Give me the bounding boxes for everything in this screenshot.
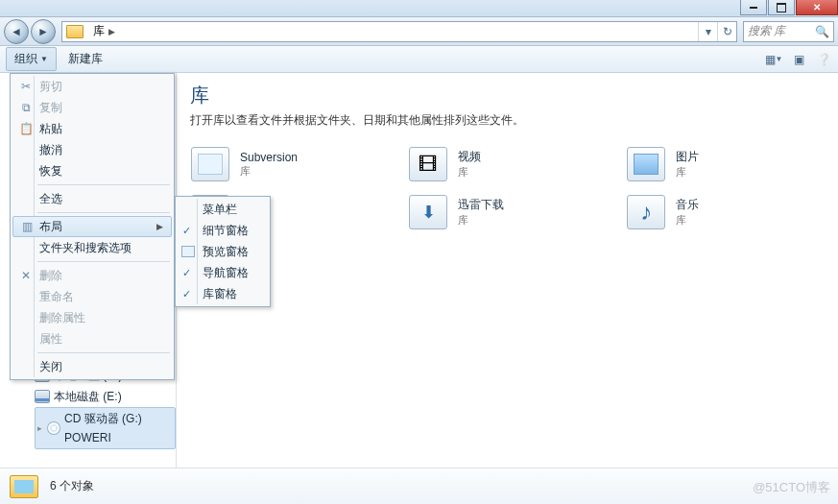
menu-properties[interactable]: 属性 [12,328,172,349]
page-title: 库 [190,83,825,108]
organize-label: 组织 [14,51,37,67]
submenu-library-pane[interactable]: ✓库窗格 [178,283,268,304]
command-toolbar: 组织 ▼ 新建库 ▦ ▼ ▣ ❔ [0,46,838,73]
pictures-icon [627,147,665,181]
video-icon [409,147,447,181]
delete-icon: ✕ [18,269,34,282]
submenu-navigation-pane[interactable]: ✓导航窗格 [178,262,268,283]
forward-button[interactable]: ► [31,19,56,44]
tree-label: CD 驱动器 (G:) POWERI [64,409,171,447]
check-icon: ✓ [182,288,191,300]
menu-layout[interactable]: ▥布局▶ [12,216,172,237]
chevron-down-icon: ▼ [40,55,48,63]
status-bar: 6 个对象 [0,468,838,504]
drive-icon [35,390,50,403]
back-button[interactable]: ◄ [4,19,29,44]
navigation-bar: ◄ ► 库 ▶ ▾ ↻ 搜索 库 🔍 [0,17,838,46]
item-name: Subversion [240,151,298,164]
menu-close[interactable]: 关闭 [12,356,172,377]
check-icon: ✓ [182,225,191,237]
tree-node-drive-e[interactable]: 本地磁盘 (E:) [35,386,176,407]
item-type: 库 [676,165,699,180]
menu-remove-properties[interactable]: 删除属性 [12,307,172,328]
search-placeholder: 搜索 库 [748,23,785,39]
check-icon: ✓ [182,267,191,279]
refresh-button[interactable]: ↻ [717,22,736,41]
search-input[interactable]: 搜索 库 🔍 [743,21,834,42]
copy-icon: ⧉ [18,101,34,114]
layout-icon: ▥ [19,220,35,233]
menu-delete[interactable]: ✕删除 [12,265,172,286]
library-item[interactable]: Subversion库 [190,144,389,184]
library-item[interactable]: 视频库 [408,144,607,184]
menu-undo[interactable]: 撤消 [12,139,172,160]
libraries-icon [66,25,84,38]
breadcrumb-label: 库 [93,23,105,39]
library-item[interactable]: 迅雷下载库 [408,192,607,232]
close-button[interactable] [796,0,838,15]
organize-menu: ✂剪切 ⧉复制 📋粘贴 撤消 恢复 全选 ▥布局▶ 文件夹和搜索选项 ✕删除 重… [10,73,175,380]
library-item[interactable]: 音乐库 [626,192,825,232]
menu-select-all[interactable]: 全选 [12,188,172,209]
menu-copy[interactable]: ⧉复制 [12,97,172,118]
status-text: 6 个对象 [50,478,94,494]
library-icon [191,147,229,181]
menu-paste[interactable]: 📋粘贴 [12,118,172,139]
address-dropdown-button[interactable]: ▾ [698,22,717,41]
window-titlebar [0,0,838,17]
layout-submenu: 菜单栏 ✓细节窗格 预览窗格 ✓导航窗格 ✓库窗格 [175,196,271,307]
item-type: 库 [240,164,298,179]
submenu-details-pane[interactable]: ✓细节窗格 [178,220,268,241]
chevron-right-icon: ▶ [156,222,163,231]
menu-rename[interactable]: 重命名 [12,286,172,307]
chevron-right-icon[interactable]: ▶ [108,27,115,36]
organize-button[interactable]: 组织 ▼ [6,47,57,71]
tree-label: 本地磁盘 (E:) [54,387,122,406]
scissors-icon: ✂ [18,80,34,93]
breadcrumb-root[interactable]: 库 ▶ [87,22,121,41]
new-library-label: 新建库 [68,51,103,67]
item-name: 迅雷下载 [458,197,504,213]
preview-icon [181,246,195,257]
maximize-button[interactable] [768,0,795,15]
libraries-icon [10,475,38,498]
watermark: @51CTO博客 [753,479,830,496]
address-bar[interactable]: 库 ▶ ▾ ↻ [61,21,737,42]
minimize-button[interactable] [740,0,767,15]
menu-redo[interactable]: 恢复 [12,160,172,181]
tree-node-cd-drive[interactable]: ▸ CD 驱动器 (G:) POWERI [35,407,176,449]
paste-icon: 📋 [18,122,34,135]
item-type: 库 [458,165,481,180]
menu-cut[interactable]: ✂剪切 [12,76,172,97]
library-item[interactable]: 图片库 [626,144,825,184]
page-subtitle: 打开库以查看文件并根据文件夹、日期和其他属性排列这些文件。 [190,112,825,129]
preview-pane-button[interactable]: ▣ [790,51,807,68]
download-icon [409,195,447,229]
new-library-button[interactable]: 新建库 [60,48,110,70]
item-type: 库 [458,213,504,228]
content-pane: 库 打开库以查看文件并根据文件夹、日期和其他属性排列这些文件。 Subversi… [177,73,838,468]
item-type: 库 [676,213,699,228]
help-button[interactable]: ❔ [815,51,832,68]
submenu-menubar[interactable]: 菜单栏 [178,199,268,220]
cd-icon [47,421,60,435]
view-options-button[interactable]: ▦ ▼ [765,51,782,68]
item-name: 音乐 [676,197,699,213]
music-icon [627,195,665,229]
submenu-preview-pane[interactable]: 预览窗格 [178,241,268,262]
search-icon: 🔍 [815,25,829,38]
menu-folder-options[interactable]: 文件夹和搜索选项 [12,237,172,258]
expand-icon[interactable]: ▸ [36,419,43,438]
item-name: 视频 [458,149,481,165]
item-name: 图片 [676,149,699,165]
